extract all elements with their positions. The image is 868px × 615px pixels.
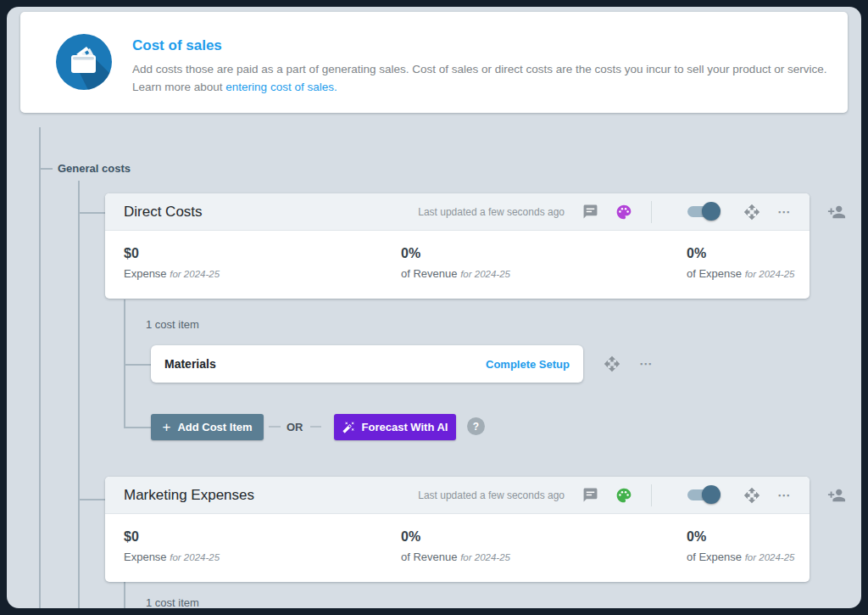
expense-stat: $0 Expense for 2024-25	[124, 246, 220, 280]
move-icon[interactable]	[604, 355, 620, 372]
or-label: OR	[287, 421, 303, 433]
direct-costs-header: Direct Costs Last updated a few seconds …	[105, 193, 810, 231]
divider	[651, 484, 652, 506]
comment-icon[interactable]	[581, 204, 598, 221]
cost-item-count: 1 cost item	[146, 596, 199, 608]
expense-stat: $0 Expense for 2024-25	[124, 529, 220, 563]
tree-line	[124, 427, 151, 428]
general-costs-label: General costs	[58, 162, 131, 175]
last-updated-text: Last updated a few seconds ago	[418, 206, 565, 218]
stat-label: of Expense for 2024-25	[687, 267, 795, 280]
tree-line	[78, 181, 80, 608]
cost-item-count: 1 cost item	[146, 318, 199, 331]
palette-icon[interactable]	[615, 204, 632, 221]
stat-label: of Revenue for 2024-25	[401, 551, 510, 563]
ellipsis-icon[interactable]: ⋯	[777, 204, 791, 221]
move-icon[interactable]	[743, 487, 760, 504]
tree-line	[39, 168, 53, 170]
section-title: Marketing Expenses	[124, 487, 254, 504]
page-title: Cost of sales	[132, 37, 222, 54]
toggle-knob	[702, 202, 721, 221]
forecast-with-ai-button[interactable]: Forecast With AI	[334, 414, 456, 440]
stat-value: 0%	[401, 529, 510, 545]
magic-wand-icon	[342, 421, 355, 433]
comment-icon[interactable]	[581, 487, 598, 504]
stat-label: of Expense for 2024-25	[687, 551, 795, 563]
wallet-icon	[56, 34, 112, 90]
marketing-expenses-card: Marketing Expenses Last updated a few se…	[105, 477, 810, 582]
stat-label: of Revenue for 2024-25	[401, 267, 510, 280]
cost-item-row[interactable]: Materials Complete Setup	[151, 345, 583, 383]
section-actions: Last updated a few seconds ago ⋯	[418, 201, 791, 223]
help-icon[interactable]: ?	[467, 417, 485, 435]
complete-setup-link[interactable]: Complete Setup	[486, 358, 570, 371]
move-icon[interactable]	[743, 204, 760, 221]
tree-line	[124, 582, 125, 608]
tree-line	[39, 127, 41, 608]
stat-value: $0	[124, 529, 220, 545]
section-enabled-toggle[interactable]	[687, 206, 718, 217]
app-canvas: Cost of sales Add costs those are paid a…	[7, 7, 861, 608]
plus-icon: +	[162, 420, 170, 434]
page-description: Add costs those are paid as a part of ge…	[132, 60, 858, 96]
revenue-pct-stat: 0% of Revenue for 2024-25	[401, 246, 510, 280]
tree-line	[124, 364, 151, 366]
revenue-pct-stat: 0% of Revenue for 2024-25	[401, 529, 510, 563]
stat-value: 0%	[401, 246, 510, 261]
add-collaborator-icon[interactable]	[827, 203, 846, 221]
section-title: Direct Costs	[124, 204, 203, 221]
cost-of-sales-header-card: Cost of sales Add costs those are paid a…	[20, 12, 848, 113]
ellipsis-icon[interactable]: ⋯	[639, 355, 653, 372]
or-dash	[310, 426, 321, 428]
tree-line	[78, 499, 105, 500]
or-dash	[269, 426, 281, 428]
palette-icon[interactable]	[615, 487, 632, 504]
marketing-expenses-header: Marketing Expenses Last updated a few se…	[105, 477, 810, 514]
stat-label: Expense for 2024-25	[124, 551, 220, 563]
expense-pct-stat: 0% of Expense for 2024-25	[687, 246, 795, 280]
stat-value: 0%	[687, 529, 795, 545]
tree-line	[124, 299, 125, 427]
expense-pct-stat: 0% of Expense for 2024-25	[687, 529, 795, 563]
section-enabled-toggle[interactable]	[687, 489, 718, 500]
cost-item-name: Materials	[164, 357, 216, 371]
add-collaborator-icon[interactable]	[827, 486, 846, 505]
divider	[651, 201, 652, 223]
direct-costs-card: Direct Costs Last updated a few seconds …	[105, 193, 810, 299]
stat-value: $0	[124, 246, 220, 261]
last-updated-text: Last updated a few seconds ago	[418, 489, 565, 501]
ellipsis-icon[interactable]: ⋯	[777, 487, 791, 504]
tree-line	[78, 212, 105, 214]
add-cost-item-button[interactable]: + Add Cost Item	[151, 414, 264, 440]
stat-value: 0%	[687, 246, 795, 261]
section-actions: Last updated a few seconds ago ⋯	[418, 484, 791, 506]
stat-label: Expense for 2024-25	[124, 267, 220, 280]
entering-cost-of-sales-link[interactable]: entering cost of sales.	[225, 81, 337, 93]
toggle-knob	[702, 485, 721, 504]
